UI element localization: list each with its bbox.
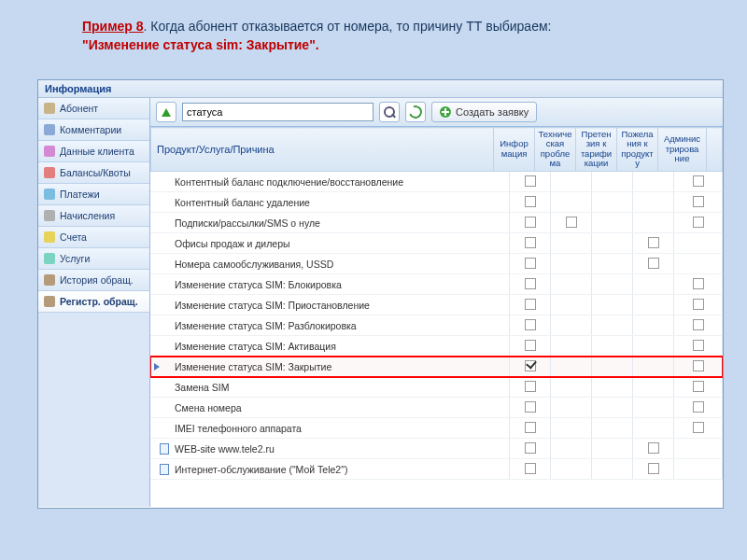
sidebar-item-4[interactable]: Платежи xyxy=(38,184,149,205)
instruction-quoted: "Изменение статуса sim: Закрытие". xyxy=(82,37,319,52)
checkbox[interactable] xyxy=(525,278,536,289)
sidebar: АбонентКомментарииДанные клиентаБалансы/… xyxy=(38,98,150,507)
row-label: WEB-site www.tele2.ru xyxy=(175,443,275,455)
table-row[interactable]: Изменение статуса SIM: Блокировка xyxy=(150,274,723,295)
col-tech[interactable]: Техниче ская пробле ма xyxy=(535,128,576,172)
checkbox[interactable] xyxy=(525,196,536,207)
sidebar-item-2[interactable]: Данные клиента xyxy=(38,141,149,162)
sidebar-icon xyxy=(44,167,55,178)
up-button[interactable] xyxy=(156,102,176,122)
checkbox[interactable] xyxy=(693,196,704,207)
row-label: Изменение статуса SIM: Разблокировка xyxy=(175,320,357,331)
checkbox[interactable] xyxy=(648,442,659,454)
table-row[interactable]: WEB-site www.tele2.ru xyxy=(150,439,723,459)
sidebar-item-6[interactable]: Счета xyxy=(38,227,149,248)
row-label: Изменение статуса SIM: Активация xyxy=(175,341,336,352)
checkbox[interactable] xyxy=(693,422,704,433)
checkbox[interactable] xyxy=(693,217,704,228)
checkbox[interactable] xyxy=(525,299,536,310)
search-button[interactable] xyxy=(379,102,400,122)
sidebar-item-7[interactable]: Услуги xyxy=(38,248,149,270)
col-product[interactable]: Продукт/Услуга/Причина xyxy=(151,128,494,172)
table-row[interactable]: Номера самообслуживания, USSD xyxy=(150,254,723,274)
table-row[interactable]: Контентный баланс подключение/восстановл… xyxy=(150,172,723,192)
sidebar-label: Услуги xyxy=(60,253,90,264)
sidebar-icon xyxy=(44,124,55,135)
col-scroll xyxy=(707,128,723,172)
sidebar-item-8[interactable]: История обращ. xyxy=(38,270,149,291)
table-row[interactable]: Изменение статуса SIM: Приостановление xyxy=(150,295,723,315)
checkbox[interactable] xyxy=(566,217,577,228)
row-label: Контентный баланс подключение/восстановл… xyxy=(175,176,403,188)
sidebar-label: Данные клиента xyxy=(60,146,134,157)
col-wishes[interactable]: Пожела ния к продукт у xyxy=(617,128,658,172)
checkbox[interactable] xyxy=(525,237,536,248)
app-window: Информация АбонентКомментарииДанные клие… xyxy=(37,79,724,509)
sidebar-icon xyxy=(44,189,55,200)
row-label: IMEI телефонного аппарата xyxy=(175,423,302,434)
search-input[interactable] xyxy=(182,103,374,121)
row-label: Интернет-обслуживание ("Мой Tele2") xyxy=(175,464,347,475)
checkbox[interactable] xyxy=(525,381,536,392)
checkbox[interactable] xyxy=(693,381,704,392)
checkbox[interactable] xyxy=(525,422,536,433)
checkbox[interactable] xyxy=(525,340,536,351)
checkbox[interactable] xyxy=(525,217,536,228)
checkbox[interactable] xyxy=(648,237,659,248)
create-request-button[interactable]: Создать заявку xyxy=(431,102,537,122)
sidebar-label: Счета xyxy=(60,231,87,243)
checkbox[interactable] xyxy=(693,299,704,310)
document-icon xyxy=(160,443,169,455)
sidebar-icon xyxy=(44,274,55,286)
checkbox[interactable] xyxy=(525,175,536,187)
row-label: Номера самообслуживания, USSD xyxy=(175,259,333,270)
table-row[interactable]: Изменение статуса SIM: Закрытие xyxy=(150,357,723,377)
sidebar-icon xyxy=(44,231,55,243)
sidebar-label: Регистр. обращ. xyxy=(60,296,138,307)
sidebar-item-9[interactable]: Регистр. обращ. xyxy=(38,291,149,313)
table-row[interactable]: Изменение статуса SIM: Активация xyxy=(150,336,723,357)
checkbox[interactable] xyxy=(648,463,659,474)
checkbox[interactable] xyxy=(693,319,704,330)
checkbox[interactable] xyxy=(693,278,704,289)
table-row[interactable]: Офисы продаж и дилеры xyxy=(150,233,723,254)
checkbox[interactable] xyxy=(525,258,536,269)
checkbox[interactable] xyxy=(693,175,704,187)
refresh-button[interactable] xyxy=(405,102,426,122)
col-claim[interactable]: Претен зия к тарифи кации xyxy=(576,128,617,172)
sidebar-label: История обращ. xyxy=(60,274,134,286)
grid-body[interactable]: Контентный баланс подключение/восстановл… xyxy=(150,172,723,507)
sidebar-icon xyxy=(44,103,55,114)
checkbox[interactable] xyxy=(693,401,704,413)
table-row[interactable]: Изменение статуса SIM: Разблокировка xyxy=(150,315,723,336)
checkbox[interactable] xyxy=(693,360,704,371)
col-admin[interactable]: Админис трирова ние xyxy=(658,128,707,172)
search-icon xyxy=(384,106,395,118)
checkbox[interactable] xyxy=(525,463,536,474)
checkbox[interactable] xyxy=(525,319,536,330)
sidebar-item-5[interactable]: Начисления xyxy=(38,205,149,227)
table-row[interactable]: Подписки/рассылки/SMS о нуле xyxy=(150,213,723,233)
col-info[interactable]: Инфор мация xyxy=(494,128,535,172)
table-row[interactable]: Контентный баланс удаление xyxy=(150,192,723,213)
instruction-text: Пример 8. Когда абонент отказывается от … xyxy=(0,0,747,64)
table-row[interactable]: Смена номера xyxy=(150,398,723,418)
create-request-label: Создать заявку xyxy=(456,106,529,118)
checkbox[interactable] xyxy=(525,360,536,371)
table-row[interactable]: Замена SIM xyxy=(150,377,723,398)
grid-container: Продукт/Услуга/Причина Инфор мация Техни… xyxy=(150,127,723,507)
sidebar-item-1[interactable]: Комментарии xyxy=(38,119,149,141)
checkbox[interactable] xyxy=(648,258,659,269)
table-row[interactable]: IMEI телефонного аппарата xyxy=(150,418,723,439)
sidebar-item-0[interactable]: Абонент xyxy=(38,98,149,119)
checkbox[interactable] xyxy=(525,401,536,413)
expand-icon[interactable] xyxy=(154,363,160,371)
checkbox[interactable] xyxy=(525,442,536,454)
toolbar: Создать заявку xyxy=(150,98,723,127)
checkbox[interactable] xyxy=(693,340,704,351)
table-row[interactable]: Интернет-обслуживание ("Мой Tele2") xyxy=(150,459,723,480)
main-panel: Создать заявку Продукт/Услуга/Причина Ин… xyxy=(150,98,723,507)
row-label: Смена номера xyxy=(175,402,242,413)
row-label: Офисы продаж и дилеры xyxy=(175,238,290,249)
sidebar-item-3[interactable]: Балансы/Квоты xyxy=(38,162,149,184)
